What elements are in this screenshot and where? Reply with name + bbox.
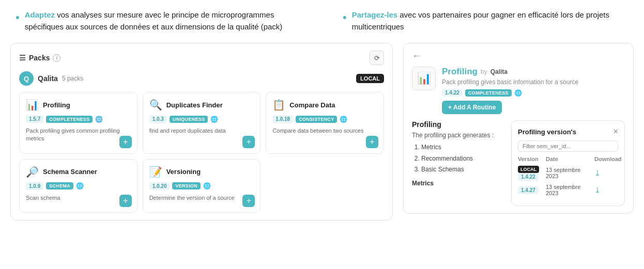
packs-icon: ☰	[19, 54, 26, 62]
version-panel-title: Profiling version's	[518, 128, 576, 136]
by-label: by	[481, 68, 487, 75]
qalita-row: Q Qalita 5 packs LOCAL	[19, 71, 384, 86]
qalita-avatar: Q	[19, 71, 34, 86]
version-row-2: 1.4.27 13 septembre 2023 ⤓	[518, 184, 618, 196]
qalita-info: Q Qalita 5 packs	[19, 71, 83, 86]
schema-globe-icon: 🌐	[76, 182, 84, 189]
by-brand: Qalita	[490, 68, 508, 75]
version-2-download-button[interactable]: ⤓	[594, 186, 615, 194]
refresh-button[interactable]: ⟳	[370, 51, 384, 65]
versioning-card-title: Versioning	[166, 168, 201, 176]
list-item-metrics: Metrics	[421, 142, 506, 153]
packs-panel: ☰ Packs i ⟳ Q Qalita 5 packs LOCAL 📊 Pro…	[10, 43, 393, 220]
pack-card-header-compare: 📋 Compare Data	[272, 99, 377, 111]
empty-card-slot	[266, 159, 384, 213]
bullet-highlight-1: Adaptez	[25, 10, 55, 19]
profiling-detail-header: 📊 Profiling by Qalita Pack profiling giv…	[412, 67, 625, 114]
pack-card-duplicates: 🔍 Duplicates Finder 1.0.3 UNIQUENESS 🌐 f…	[143, 92, 261, 154]
profiling-version-tag: 1.5.7	[26, 115, 43, 123]
qalita-name: Qalita	[38, 74, 58, 83]
profiling-detail-panel: ← 📊 Profiling by Qalita Pack profiling g…	[403, 43, 634, 214]
version-filter-input[interactable]	[518, 140, 618, 152]
profiling-detail-desc: Pack profiling gives basic information f…	[442, 78, 625, 86]
profiling-detail-tags: 1.4.22 COMPLETENESS 🌐	[442, 89, 625, 97]
list-item-recommendations: Recommendations	[421, 153, 506, 165]
versioning-add-button[interactable]: +	[242, 195, 255, 207]
version-1-date: 13 septembre 2023	[546, 167, 592, 179]
info-icon[interactable]: i	[53, 54, 60, 62]
schema-tag: SCHEMA	[46, 182, 73, 189]
profiling-detail-icon: 📊	[412, 67, 436, 90]
add-routine-button[interactable]: + Add A Routine	[442, 101, 502, 114]
bullet-item-2: • Partagez-les avec vos partenaires pour…	[343, 9, 628, 33]
bullet-highlight-2: Partagez-les	[352, 10, 397, 19]
pack-card-header-schema: 🔎 Schema Scanner	[26, 166, 131, 178]
profiling-detail-globe-icon: 🌐	[514, 89, 522, 97]
version-2-date: 13 septembre 2023	[546, 184, 592, 196]
versioning-globe-icon: 🌐	[203, 182, 211, 189]
versioning-tag: VERSION	[172, 182, 201, 189]
compare-card-title: Compare Data	[289, 101, 335, 109]
profiling-detail-completeness-tag: COMPLETENESS	[465, 89, 512, 97]
schema-desc: Scan schema	[26, 194, 131, 202]
compare-add-button[interactable]: +	[366, 136, 378, 148]
pack-card-versioning: 📝 Versioning 1.0.20 VERSION 🌐 Determine …	[143, 159, 261, 213]
bullet-text-1: Adaptez vos analyses sur mesure avec le …	[25, 9, 301, 33]
packs-grid-row2: 🔎 Schema Scanner 1.0.9 SCHEMA 🌐 Scan sch…	[19, 159, 384, 213]
compare-tags: 1.0.18 CONSISTENCY 🌐	[272, 115, 377, 123]
schema-tags: 1.0.9 SCHEMA 🌐	[26, 182, 131, 190]
schema-add-button[interactable]: +	[119, 195, 132, 207]
profiling-completeness-tag: COMPLETENESS	[46, 116, 93, 123]
versioning-desc: Determine the version of a source	[149, 194, 254, 202]
version-table-header: Version Date Download	[518, 156, 618, 162]
bullet-text-2: Partagez-les avec vos partenaires pour g…	[352, 9, 628, 33]
profiling-description-box: Profiling The profiling pack generates :…	[412, 120, 506, 206]
pack-card-compare: 📋 Compare Data 1.0.18 CONSISTENCY 🌐 Comp…	[266, 92, 384, 154]
profiling-detail-title-row: Profiling by Qalita	[442, 67, 625, 77]
compare-globe-icon: 🌐	[340, 116, 347, 123]
packs-header: ☰ Packs i ⟳	[19, 51, 384, 65]
version-1-download-button[interactable]: ⤓	[594, 169, 615, 177]
top-bullets-section: • Adaptez vos analyses sur mesure avec l…	[0, 0, 644, 43]
duplicates-globe-icon: 🌐	[210, 116, 218, 123]
version-2-tag: 1.4.27	[518, 186, 539, 194]
version-col-header: Version	[518, 156, 544, 162]
duplicates-card-title: Duplicates Finder	[166, 101, 223, 109]
bullet-item-1: • Adaptez vos analyses sur mesure avec l…	[16, 9, 301, 33]
bullet-dot-1: •	[16, 10, 20, 25]
version-row-2-badge: 1.4.27	[518, 186, 544, 194]
version-row-1: LOCAL 1.4.22 13 septembre 2023 ⤓	[518, 165, 618, 181]
schema-version-tag: 1.0.9	[26, 182, 43, 190]
profiling-list: Metrics Recommendations Basic Schemas	[421, 142, 506, 176]
compare-version-tag: 1.0.18	[272, 115, 293, 123]
duplicates-uniqueness-tag: UNIQUENESS	[170, 116, 208, 123]
version-panel-close-button[interactable]: ×	[614, 127, 618, 136]
compare-desc: Compare data between two sources	[272, 127, 377, 135]
local-badge: LOCAL	[356, 74, 384, 83]
version-panel-header: Profiling version's ×	[518, 127, 618, 136]
back-button[interactable]: ←	[412, 51, 625, 61]
bullet-dot-2: •	[343, 10, 347, 25]
pack-card-schema: 🔎 Schema Scanner 1.0.9 SCHEMA 🌐 Scan sch…	[19, 159, 137, 213]
duplicates-card-icon: 🔍	[149, 99, 162, 111]
profiling-detail-meta: Profiling by Qalita Pack profiling gives…	[442, 67, 625, 114]
profiling-list-more: Metrics	[412, 180, 506, 187]
duplicates-add-button[interactable]: +	[242, 136, 255, 148]
versioning-card-icon: 📝	[149, 166, 162, 178]
pack-card-header-duplicates: 🔍 Duplicates Finder	[149, 99, 254, 111]
version-1-tag: 1.4.22	[518, 173, 539, 181]
pack-card-header-profiling: 📊 Profiling	[26, 99, 131, 111]
pack-card-profiling: 📊 Profiling 1.5.7 COMPLETENESS 🌐 Pack pr…	[19, 92, 137, 154]
duplicates-version-tag: 1.0.3	[149, 115, 167, 123]
duplicates-desc: find and report duplicates data	[149, 127, 254, 135]
packs-title: Packs	[29, 54, 50, 62]
schema-card-title: Schema Scanner	[43, 168, 97, 176]
profiling-card-icon: 📊	[26, 99, 39, 111]
compare-card-icon: 📋	[272, 99, 285, 111]
versioning-tags: 1.0.20 VERSION 🌐	[149, 182, 254, 190]
profiling-add-button[interactable]: +	[119, 136, 132, 148]
duplicates-tags: 1.0.3 UNIQUENESS 🌐	[149, 115, 254, 123]
version-row-1-badge: LOCAL 1.4.22	[518, 165, 544, 181]
profiling-desc-subtitle: The profiling pack generates :	[412, 132, 506, 139]
profiling-card-title: Profiling	[43, 101, 70, 109]
